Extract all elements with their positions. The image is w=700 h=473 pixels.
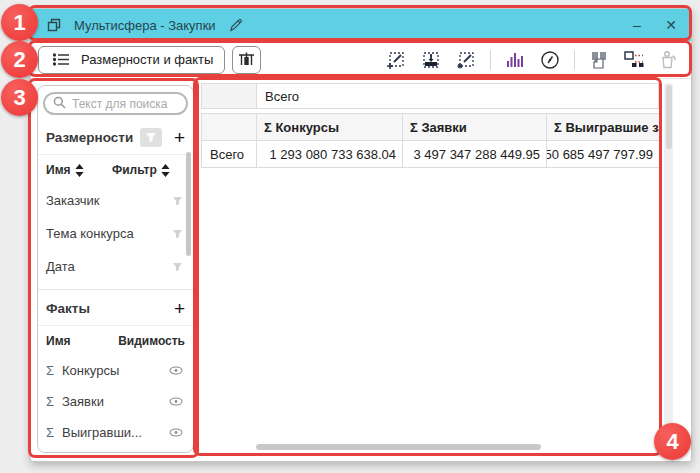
column-header[interactable]: Σ Конкурсы: [257, 113, 403, 141]
view-settings-icon: [236, 49, 258, 71]
dimension-name: Дата: [46, 259, 75, 274]
dimensions-name-sort[interactable]: Имя: [46, 163, 112, 177]
fact-name: Конкурсы: [62, 363, 169, 378]
dimensions-section-header: Размерности +: [38, 119, 193, 154]
toolbar-right-icons: [385, 49, 684, 71]
annotation-badge-1: 1: [1, 4, 38, 41]
insert-bottom-icon[interactable]: [420, 49, 442, 71]
value-cell: 1 150 685 497 797.99: [547, 141, 659, 168]
gauge-icon[interactable]: [539, 49, 561, 71]
dimensions-filter-button[interactable]: [140, 128, 162, 147]
row-funnel-icon[interactable]: [172, 262, 183, 272]
visibility-eye-icon[interactable]: [169, 397, 183, 406]
table-vertical-scrollbar-thumb[interactable]: [666, 85, 672, 149]
close-button[interactable]: ✕: [663, 18, 679, 32]
sigma-icon: Σ: [46, 363, 62, 378]
annotation-badge-2: 2: [1, 41, 38, 78]
table-data-row[interactable]: Всего 1 293 080 733 638.04 3 497 347 288…: [201, 141, 659, 168]
titlebar: Мультисфера - Закупки – ✕: [31, 9, 691, 41]
fact-row[interactable]: Σ Экономия: [38, 448, 193, 453]
toolbar-separator: [490, 50, 491, 70]
fact-row[interactable]: Σ Заявки: [38, 386, 193, 417]
facts-title: Факты: [46, 301, 90, 316]
dimensions-facts-panel: Размерности + Имя Фильтр Заказчик: [37, 85, 194, 453]
select-area-add-icon[interactable]: [385, 49, 407, 71]
sigma-icon: Σ: [46, 394, 62, 409]
app-window-icon: [43, 14, 65, 36]
sigma-icon: Σ: [46, 425, 62, 440]
toolbar-separator: [574, 50, 575, 70]
fact-name: Выигравши...: [62, 425, 169, 440]
window-title: Мультисфера - Закупки: [74, 18, 216, 33]
dimension-name: Заказчик: [46, 193, 99, 208]
dimensions-title: Размерности: [46, 130, 133, 145]
select-area-star-icon[interactable]: [455, 49, 477, 71]
dimension-row[interactable]: Тема конкурса: [38, 217, 193, 250]
view-settings-button[interactable]: [232, 46, 261, 74]
annotation-badge-4: 4: [654, 423, 691, 460]
sort-icon: [161, 164, 170, 177]
hierarchy-icon[interactable]: [623, 49, 645, 71]
add-dimension-button[interactable]: +: [174, 128, 185, 147]
sort-icon: [75, 164, 84, 177]
value-cell: 1 293 080 733 638.04: [257, 141, 403, 168]
search-box[interactable]: [43, 92, 188, 115]
table-vertical-scrollbar[interactable]: [664, 83, 673, 453]
dimensions-column-headers: Имя Фильтр: [38, 154, 193, 184]
table-top-header-row: Всего: [201, 83, 659, 109]
sidebar-scrollbar-thumb[interactable]: [186, 152, 191, 256]
dimensions-facts-button[interactable]: Размерности и факты: [38, 46, 225, 74]
row-funnel-icon[interactable]: [172, 229, 183, 239]
table-total-span-header[interactable]: Всего: [257, 83, 659, 109]
window-controls: – ✕: [629, 18, 679, 32]
row-funnel-icon[interactable]: [172, 196, 183, 206]
bar-chart-icon[interactable]: [504, 49, 526, 71]
name-column-label: Имя: [46, 163, 71, 177]
fact-name: Заявки: [62, 394, 169, 409]
row-header-cell: Всего: [201, 141, 257, 168]
search-input[interactable]: [72, 97, 178, 111]
column-header[interactable]: Σ Заявки: [403, 113, 547, 141]
facts-column-headers: Имя Видимость: [38, 325, 193, 355]
facts-name-header: Имя: [46, 334, 118, 348]
visibility-eye-icon[interactable]: [169, 428, 183, 437]
list-icon: [50, 49, 72, 71]
toolbar: Размерности и факты: [31, 41, 691, 79]
dimensions-filter-sort[interactable]: Фильтр: [112, 163, 170, 177]
search-icon: [53, 96, 66, 112]
dimension-row[interactable]: Дата: [38, 250, 193, 283]
table-corner-cell: [201, 83, 257, 109]
table-corner-cell: [201, 113, 257, 141]
dimension-row[interactable]: Заказчик: [38, 184, 193, 217]
app-window: Мультисфера - Закупки – ✕ Размерности и …: [30, 8, 692, 462]
column-header[interactable]: Σ Выигравшие заявки: [547, 113, 659, 141]
facts-section-header: Факты +: [38, 290, 193, 325]
annotation-badge-3: 3: [1, 79, 38, 116]
value-cell: 3 497 347 288 449.95: [403, 141, 547, 168]
dimension-name: Тема конкурса: [46, 226, 134, 241]
dimensions-facts-label: Размерности и факты: [81, 52, 213, 67]
visibility-eye-icon[interactable]: [169, 366, 183, 375]
fact-row[interactable]: Σ Выигравши...: [38, 417, 193, 448]
table-column-header-row: Σ Конкурсы Σ Заявки Σ Выигравшие заявки: [201, 113, 659, 141]
add-fact-button[interactable]: +: [174, 299, 185, 318]
rename-pencil-icon[interactable]: [225, 14, 247, 36]
minimize-button[interactable]: –: [629, 18, 645, 32]
screenshot-canvas: Мультисфера - Закупки – ✕ Размерности и …: [0, 0, 700, 473]
pivot-table: Всего Σ Конкурсы Σ Заявки Σ Выигравшие з…: [201, 83, 659, 168]
table-horizontal-scrollbar-thumb[interactable]: [256, 444, 541, 450]
fact-row[interactable]: Σ Конкурсы: [38, 355, 193, 386]
delete-disabled-icon: [658, 49, 680, 71]
facts-visibility-header: Видимость: [118, 334, 185, 348]
copy-sheets-icon[interactable]: [588, 49, 610, 71]
filter-column-label: Фильтр: [112, 163, 157, 177]
